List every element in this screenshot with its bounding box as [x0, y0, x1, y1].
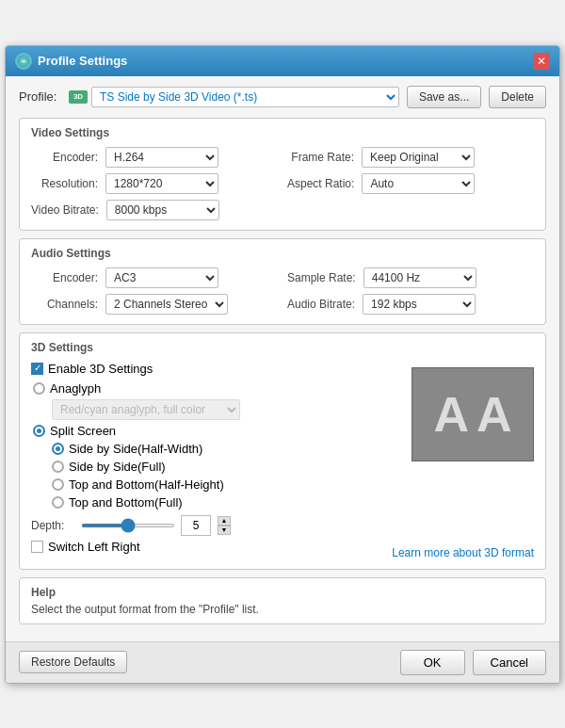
app-icon — [15, 53, 32, 70]
side-by-side-half-radio[interactable] — [52, 443, 64, 455]
depth-label: Depth: — [31, 519, 73, 532]
side-by-side-full-row[interactable]: Side by Side(Full) — [52, 460, 534, 474]
help-text: Select the output format from the "Profi… — [31, 603, 534, 616]
top-bottom-full-radio[interactable] — [52, 496, 64, 509]
audio-bitrate-select[interactable]: 192 kbps — [363, 294, 476, 315]
side-by-side-full-label: Side by Side(Full) — [69, 460, 166, 474]
depth-row: Depth: 5 ▲ ▼ — [31, 515, 534, 536]
switch-left-right-checkbox[interactable] — [31, 541, 43, 553]
resolution-label: Resolution: — [31, 177, 102, 190]
channels-select[interactable]: 2 Channels Stereo — [105, 294, 228, 315]
channels-row: Channels: 2 Channels Stereo — [31, 294, 278, 315]
delete-button[interactable]: Delete — [489, 86, 546, 108]
radio-dot-sbsh — [56, 446, 60, 451]
close-button[interactable]: ✕ — [533, 53, 550, 70]
resolution-row: Resolution: 1280*720 — [31, 173, 278, 194]
audio-encoder-row: Encoder: AC3 — [31, 267, 278, 288]
learn-more-link[interactable]: Learn more about 3D format — [392, 546, 534, 559]
save-as-button[interactable]: Save as... — [407, 86, 481, 108]
title-bar-left: Profile Settings — [15, 53, 127, 70]
resolution-select[interactable]: 1280*720 — [105, 173, 218, 194]
profile-label: Profile: — [19, 89, 61, 104]
encoder-label: Encoder: — [31, 151, 102, 164]
ok-button[interactable]: OK — [400, 650, 465, 675]
profile-format-icon: 3D — [69, 90, 88, 104]
anaglyph-select[interactable]: Red/cyan anaglyph, full color — [52, 399, 240, 420]
threed-settings-section: 3D Settings A A ✓ Enable 3D Settings Ana… — [19, 332, 546, 570]
profile-row: Profile: 3D TS Side by Side 3D Video (*.… — [19, 86, 546, 108]
profile-select[interactable]: TS Side by Side 3D Video (*.ts) — [91, 87, 399, 107]
preview-letter-right: A — [476, 390, 512, 439]
dialog-body: Profile: 3D TS Side by Side 3D Video (*.… — [6, 76, 559, 641]
sample-rate-row: Sample Rate: 44100 Hz — [287, 267, 534, 288]
title-bar: Profile Settings ✕ — [6, 46, 559, 76]
audio-settings-grid: Encoder: AC3 Sample Rate: 44100 Hz Chann… — [31, 267, 534, 315]
depth-increase-button[interactable]: ▲ — [218, 516, 231, 526]
video-bitrate-label: Video Bitrate: — [31, 203, 103, 217]
depth-decrease-button[interactable]: ▼ — [218, 526, 231, 535]
help-section: Help Select the output format from the "… — [19, 577, 546, 624]
anaglyph-label: Anaglyph — [50, 381, 101, 396]
profile-select-wrap: 3D TS Side by Side 3D Video (*.ts) — [69, 87, 399, 107]
top-bottom-full-row[interactable]: Top and Bottom(Full) — [52, 495, 534, 510]
side-by-side-half-label: Side by Side(Half-Width) — [69, 442, 202, 456]
preview-box: A A — [412, 367, 534, 461]
footer-right: OK Cancel — [400, 650, 546, 675]
radio-dot — [37, 429, 41, 433]
switch-left-right-label: Switch Left Right — [48, 540, 140, 554]
side-by-side-full-radio[interactable] — [52, 461, 64, 473]
frame-rate-select[interactable]: Keep Original — [362, 147, 475, 168]
enable-3d-checkbox[interactable]: ✓ — [31, 363, 43, 375]
split-screen-label: Split Screen — [50, 424, 116, 438]
enable-3d-label: Enable 3D Settings — [48, 362, 153, 376]
depth-value: 5 — [181, 515, 211, 536]
preview-inner: A A — [433, 390, 511, 439]
video-settings-title: Video Settings — [31, 126, 534, 139]
channels-label: Channels: — [31, 298, 102, 311]
check-mark-icon: ✓ — [34, 364, 41, 373]
depth-slider[interactable] — [81, 524, 175, 527]
video-settings-grid: Encoder: H.264 Frame Rate: Keep Original… — [31, 147, 534, 220]
split-screen-radio[interactable] — [33, 425, 45, 437]
video-settings-section: Video Settings Encoder: H.264 Frame Rate… — [19, 118, 546, 231]
help-title: Help — [31, 586, 534, 599]
depth-slider-container: 5 ▲ ▼ — [81, 515, 231, 536]
frame-rate-label: Frame Rate: — [287, 151, 358, 164]
top-bottom-half-row[interactable]: Top and Bottom(Half-Height) — [52, 477, 534, 492]
frame-rate-row: Frame Rate: Keep Original — [287, 147, 534, 168]
threed-settings-title: 3D Settings — [31, 341, 534, 354]
encoder-select[interactable]: H.264 — [105, 147, 218, 168]
dialog-title: Profile Settings — [38, 54, 127, 68]
aspect-ratio-row: Aspect Ratio: Auto — [287, 173, 534, 194]
top-bottom-full-label: Top and Bottom(Full) — [69, 495, 183, 510]
restore-defaults-button[interactable]: Restore Defaults — [19, 651, 127, 673]
footer: Restore Defaults OK Cancel — [6, 641, 559, 683]
top-bottom-half-label: Top and Bottom(Half-Height) — [69, 477, 224, 492]
profile-settings-dialog: Profile Settings ✕ Profile: 3D TS Side b… — [5, 45, 560, 684]
audio-encoder-label: Encoder: — [31, 271, 102, 284]
top-bottom-half-radio[interactable] — [52, 478, 64, 491]
aspect-ratio-select[interactable]: Auto — [362, 173, 475, 194]
sample-rate-label: Sample Rate: — [287, 271, 360, 284]
video-bitrate-select[interactable]: 8000 kbps — [106, 200, 219, 220]
anaglyph-radio[interactable] — [33, 382, 45, 395]
cancel-button[interactable]: Cancel — [473, 650, 546, 675]
audio-encoder-select[interactable]: AC3 — [105, 267, 218, 288]
video-bitrate-row: Video Bitrate: 8000 kbps — [31, 200, 278, 220]
audio-bitrate-label: Audio Bitrate: — [287, 298, 359, 311]
encoder-row: Encoder: H.264 — [31, 147, 278, 168]
sample-rate-select[interactable]: 44100 Hz — [363, 267, 476, 288]
audio-settings-section: Audio Settings Encoder: AC3 Sample Rate:… — [19, 238, 546, 325]
audio-settings-title: Audio Settings — [31, 247, 534, 260]
depth-spinner: ▲ ▼ — [218, 516, 231, 535]
preview-letter-left: A — [433, 390, 469, 439]
audio-bitrate-row: Audio Bitrate: 192 kbps — [287, 294, 534, 315]
aspect-ratio-label: Aspect Ratio: — [287, 177, 358, 190]
